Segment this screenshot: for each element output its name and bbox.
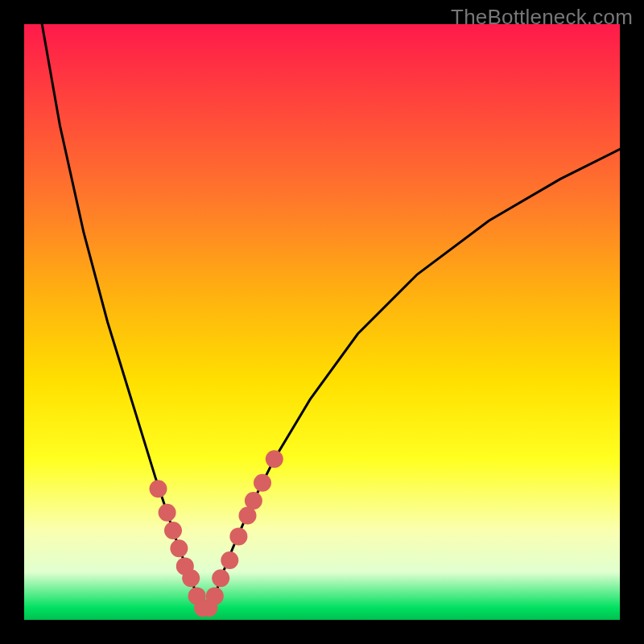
highlight-point <box>164 522 182 539</box>
highlight-markers <box>150 450 283 617</box>
highlight-point <box>182 569 200 587</box>
highlight-point <box>159 504 176 522</box>
curve-line <box>42 24 620 608</box>
highlight-point <box>245 492 262 510</box>
highlight-point <box>206 587 224 605</box>
highlight-point <box>254 474 271 492</box>
watermark-text: TheBottleneck.com <box>451 5 633 30</box>
highlight-point <box>229 527 247 545</box>
chart-svg <box>24 24 620 620</box>
highlight-point <box>266 450 283 468</box>
highlight-point <box>221 551 238 569</box>
chart-plot-area <box>24 24 620 620</box>
highlight-point <box>150 480 167 497</box>
highlight-point <box>212 569 229 587</box>
highlight-point <box>170 539 188 557</box>
